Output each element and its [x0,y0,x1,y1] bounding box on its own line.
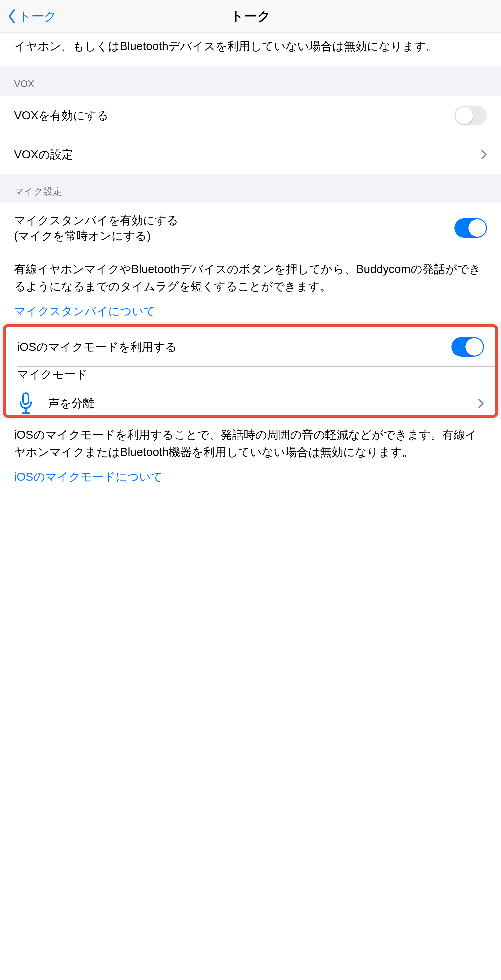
switch-vox-enable[interactable] [455,106,487,125]
row-mic-mode-title: マイクモード [17,366,484,382]
section-header-mic: マイク設定 [0,174,501,203]
row-mic-standby-label-line2: (マイクを常時オンにする) [14,228,178,243]
row-mic-standby-label: マイクスタンバイを有効にする (マイクを常時オンにする) [14,212,178,243]
switch-mic-standby[interactable] [455,218,487,238]
row-ios-mic-mode-enable-label: iOSのマイクモードを利用する [17,339,177,355]
mic-standby-link[interactable]: マイクスタンバイについて [14,302,487,320]
row-vox-enable-label: VOXを有効にする [14,108,108,123]
row-vox-settings-label: VOXの設定 [14,146,73,162]
svg-rect-0 [23,393,29,404]
section-vox: VOX VOXを有効にする VOXの設定 [0,67,501,174]
row-mic-mode[interactable]: マイクモード 声を分離 [6,366,495,414]
back-label: トーク [19,8,57,25]
section-mic-settings: マイク設定 マイクスタンバイを有効にする (マイクを常時オンにする) 有線イヤホ… [0,174,501,488]
navigation-bar: トーク トーク [0,0,501,33]
chevron-right-icon [481,150,487,159]
row-mic-standby-label-line1: マイクスタンバイを有効にする [14,214,178,227]
switch-ios-mic-mode[interactable] [452,337,484,356]
row-mic-standby[interactable]: マイクスタンバイを有効にする (マイクを常時オンにする) [0,203,501,253]
row-vox-enable[interactable]: VOXを有効にする [0,96,501,135]
cell-group-mic: マイクスタンバイを有効にする (マイクを常時オンにする) [0,203,501,253]
chevron-right-icon [478,398,484,409]
back-chevron-icon [8,9,16,24]
page-title: トーク [230,8,271,25]
ios-mic-mode-link[interactable]: iOSのマイクモードについて [14,468,487,485]
row-vox-settings[interactable]: VOXの設定 [0,135,501,174]
mic-standby-note: 有線イヤホンマイクやBluetoothデバイスのボタンを押してから、Buddyc… [14,261,487,295]
row-mic-mode-value-row: 声を分離 [17,392,484,415]
switch-knob-icon [468,219,486,237]
row-ios-mic-mode-enable[interactable]: iOSのマイクモードを利用する [6,327,495,366]
back-button[interactable]: トーク [8,0,57,33]
highlight-ios-mic-mode: iOSのマイクモードを利用する マイクモード 声を分離 [3,325,498,417]
cell-group-vox: VOXを有効にする VOXの設定 [0,96,501,174]
earphone-bluetooth-note: イヤホン、もしくはBluetoothデバイスを利用していない場合は無効になります… [0,33,501,67]
row-mic-mode-value: 声を分離 [48,396,94,411]
switch-knob-icon [466,338,483,356]
ios-mic-mode-footer: iOSのマイクモードを利用することで、発話時の周囲の音の軽減などができます。有線… [0,419,501,488]
mic-standby-footer: 有線イヤホンマイクやBluetoothデバイスのボタンを押してから、Buddyc… [0,253,501,322]
section-header-vox: VOX [0,67,501,96]
switch-knob-icon [455,107,473,124]
row-mic-mode-left: 声を分離 [17,392,94,415]
microphone-icon [17,392,35,415]
ios-mic-mode-note: iOSのマイクモードを利用することで、発話時の周囲の音の軽減などができます。有線… [14,426,487,461]
